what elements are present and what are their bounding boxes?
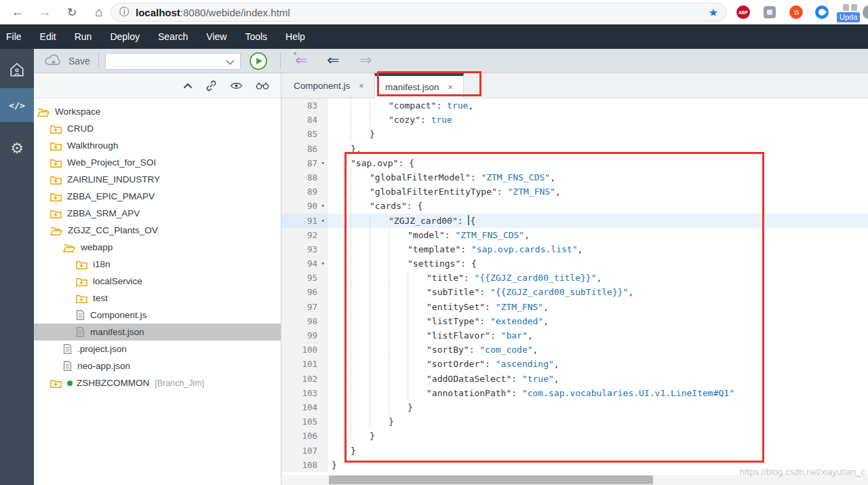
code-line-96[interactable]: 96"subTitle": "{{ZGJZ_card00_subTitle}}"… <box>281 285 868 299</box>
line-gutter[interactable]: 96 <box>281 285 328 299</box>
tree-item-webapp[interactable]: webapp <box>34 239 281 256</box>
tree-item-crud[interactable]: CRUD <box>34 120 281 137</box>
tree-item-zgjz-cc-plants-ov[interactable]: ZGJZ_CC_Plants_OV <box>34 222 281 239</box>
code-text[interactable]: "title": "{{ZGJZ_card00_title}}", <box>328 271 868 285</box>
adblock-extension-icon[interactable]: ABP <box>736 5 750 19</box>
collapse-all-icon[interactable] <box>183 83 193 89</box>
preview-eye-icon[interactable] <box>230 81 243 90</box>
menu-deploy[interactable]: Deploy <box>110 31 140 42</box>
code-text[interactable]: }, <box>328 142 868 156</box>
line-gutter[interactable]: 100 <box>281 343 328 357</box>
code-line-85[interactable]: 85} <box>281 127 868 141</box>
line-gutter[interactable]: 83 <box>281 98 328 113</box>
code-text[interactable]: "template": "sap.ovp.cards.list", <box>328 242 868 256</box>
run-configuration-select[interactable] <box>105 53 241 70</box>
code-editor[interactable]: 83"compact": true,84"cozy": true85}86},8… <box>281 98 868 472</box>
code-text[interactable]: "compact": true, <box>328 98 868 113</box>
tab-close-icon[interactable]: × <box>448 82 453 92</box>
line-gutter[interactable]: 105 <box>281 414 328 429</box>
line-gutter[interactable]: 103 <box>281 386 328 400</box>
menu-tools[interactable]: Tools <box>245 31 267 42</box>
orange-extension-icon[interactable] <box>789 5 803 19</box>
code-line-98[interactable]: 98"listType": "extended", <box>281 314 868 328</box>
code-text[interactable]: "sortBy": "com_code", <box>328 343 868 357</box>
bookmark-star-icon[interactable]: ★ <box>709 6 718 19</box>
navigate-forward-icon[interactable]: ⇒ <box>359 51 372 70</box>
menu-run[interactable]: Run <box>75 31 92 42</box>
tree-item-localservice[interactable]: localService <box>34 273 281 290</box>
code-text[interactable]: } <box>328 444 868 458</box>
code-line-104[interactable]: 104} <box>281 400 868 414</box>
save-button[interactable]: Save <box>43 52 90 70</box>
code-line-93[interactable]: 93"template": "sap.ovp.cards.list", <box>281 242 868 256</box>
code-line-94[interactable]: 94▾"settings": { <box>281 256 868 271</box>
update-extension-icon[interactable]: Upda <box>837 3 864 23</box>
navigate-back-icon[interactable]: ⇐ <box>327 51 339 70</box>
tree-item-zbba-epic-pmapv[interactable]: ZBBA_EPIC_PMAPV <box>34 188 281 205</box>
code-text[interactable]: "sap.ovp": { <box>328 156 868 170</box>
code-line-90[interactable]: 90▾"cards": { <box>281 199 868 213</box>
tree-item-component-js[interactable]: Component.js <box>34 307 281 324</box>
line-gutter[interactable]: 85 <box>281 127 328 141</box>
line-gutter[interactable]: 92 <box>281 228 328 242</box>
code-line-106[interactable]: 106} <box>281 429 868 443</box>
browser-reload-icon[interactable]: ↻ <box>62 3 81 22</box>
line-gutter[interactable]: 87▾ <box>281 156 328 170</box>
code-line-100[interactable]: 100"sortBy": "com_code", <box>281 343 868 357</box>
tree-item-zbba-srm-apv[interactable]: ZBBA_SRM_APV <box>34 205 281 222</box>
tree-item-i18n[interactable]: i18n <box>34 256 281 273</box>
development-rail-item[interactable]: </> <box>0 88 34 122</box>
line-gutter[interactable]: 107 <box>281 444 328 458</box>
line-gutter[interactable]: 91▾ <box>281 214 328 228</box>
line-gutter[interactable]: 106 <box>281 429 328 443</box>
code-text[interactable]: } <box>328 429 868 443</box>
code-text[interactable]: "settings": { <box>328 256 868 271</box>
goto-last-edit-icon[interactable]: ⇐ <box>295 51 307 70</box>
site-info-icon[interactable]: ⓘ <box>119 6 129 18</box>
code-line-102[interactable]: 102"addODataSelect": "true", <box>281 372 868 386</box>
code-text[interactable]: "annotationPath": "com.sap.vocabularies.… <box>328 386 868 400</box>
code-line-95[interactable]: 95"title": "{{ZGJZ_card00_title}}", <box>281 271 868 285</box>
home-rail-item[interactable] <box>0 54 34 88</box>
line-gutter[interactable]: 88 <box>281 170 328 185</box>
address-bar[interactable]: ⓘ localhost:8080/webide/index.html ★ <box>111 3 727 22</box>
tree-item-manifest-json[interactable]: manifest.json <box>34 324 281 341</box>
code-line-103[interactable]: 103"annotationPath": "com.sap.vocabulari… <box>281 386 868 400</box>
code-text[interactable]: "cozy": true <box>328 113 868 127</box>
code-text[interactable]: } <box>328 400 868 414</box>
code-line-86[interactable]: 86}, <box>281 142 868 156</box>
code-text[interactable]: "subTitle": "{{ZGJZ_card00_subTitle}}", <box>328 285 868 299</box>
fold-arrow-icon[interactable]: ▾ <box>317 199 328 213</box>
code-text[interactable]: "listType": "extended", <box>328 314 868 328</box>
tree-item-zairline-industry[interactable]: ZAIRLINE_INDUSTRY <box>34 171 281 188</box>
line-gutter[interactable]: 97 <box>281 300 328 314</box>
run-button[interactable] <box>250 52 267 70</box>
line-gutter[interactable]: 94▾ <box>281 256 328 271</box>
code-text[interactable]: "model": "ZTM_FNS_CDS", <box>328 228 868 242</box>
browser-back-icon[interactable]: ← <box>8 3 27 22</box>
line-gutter[interactable]: 93 <box>281 242 328 256</box>
tree-item-workspace[interactable]: Workspace <box>34 103 281 120</box>
line-gutter[interactable]: 86 <box>281 142 328 156</box>
code-line-84[interactable]: 84"cozy": true <box>281 113 868 127</box>
link-editor-icon[interactable] <box>205 80 217 92</box>
scrollbar-thumb[interactable] <box>329 476 653 484</box>
code-text[interactable]: } <box>328 127 868 141</box>
code-text[interactable]: "globalFilterModel": "ZTM_FNS_CDS", <box>328 170 868 185</box>
tree-item-zshbzcommon[interactable]: ZSHBZCOMMON[Branch_Jim] <box>34 374 281 391</box>
tree-item-walkthrough[interactable]: Walkthrough <box>34 137 281 154</box>
tab-manifest-json[interactable]: manifest.json× <box>374 73 464 98</box>
code-text[interactable]: "globalFilterEntityType": "ZTM_FNS", <box>328 185 868 199</box>
line-gutter[interactable]: 99 <box>281 328 328 343</box>
tree-item-test[interactable]: test <box>34 290 281 307</box>
tree-item-web-project-for-soi[interactable]: Web_Project_for_SOI <box>34 154 281 171</box>
menu-view[interactable]: View <box>206 31 226 42</box>
code-line-99[interactable]: 99"listFlavor": "bar", <box>281 328 868 343</box>
code-text[interactable]: } <box>328 414 868 429</box>
code-line-107[interactable]: 107} <box>281 444 868 458</box>
tree-item--project-json[interactable]: .project.json <box>34 341 281 357</box>
code-text[interactable]: "ZGJZ_card00": { <box>328 214 868 228</box>
code-text[interactable]: "sortOrder": "ascending", <box>328 357 868 371</box>
line-gutter[interactable]: 84 <box>281 113 328 127</box>
tab-component-js[interactable]: Component.js× <box>283 73 374 98</box>
